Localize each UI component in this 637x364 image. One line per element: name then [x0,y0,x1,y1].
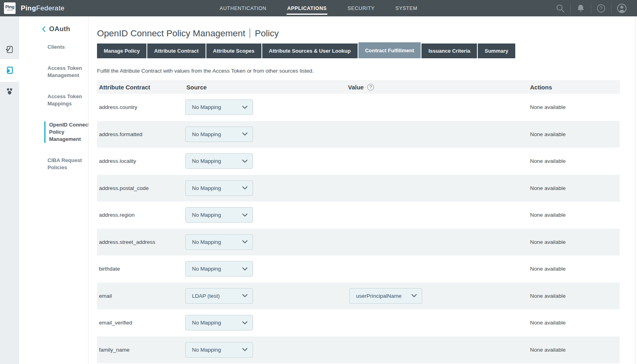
actions-text: None available [521,185,620,191]
source-select-value: LDAP (test) [192,293,220,299]
tab-summary[interactable]: Summary [478,44,515,58]
tab-issuance-criteria[interactable]: Issuance Criteria [421,44,477,58]
oauth-token-icon[interactable] [5,66,14,75]
table-row: email_verified No Mapping None available [97,309,620,336]
table-row: address.region No Mapping None available [97,202,620,229]
actions-text: None available [521,239,620,245]
column-header-source: Source [183,84,342,91]
sidebar: OAuth ClientsAccess Token ManagementAcce… [0,16,89,364]
source-cell: No Mapping [183,315,342,330]
source-cell: No Mapping [183,234,342,250]
table-body: address.country No Mapping None availabl… [97,94,620,363]
table-row: address.country No Mapping None availabl… [97,94,620,121]
nav-item-security[interactable]: SECURITY [348,6,375,11]
source-select-value: No Mapping [192,239,221,245]
title-divider [249,28,250,38]
nav-item-system[interactable]: SYSTEM [396,6,417,11]
chevron-down-icon [242,106,247,109]
table-row: address.locality No Mapping None availab… [97,148,620,175]
product-name-bold: Ping [21,4,36,12]
sidebar-menu-list: ClientsAccess Token ManagementAccess Tok… [19,44,88,171]
source-select[interactable]: No Mapping [185,153,253,169]
sidebar-icon-strip [0,16,19,364]
chevron-down-icon [242,321,247,324]
source-select[interactable]: No Mapping [185,315,253,330]
actions-text: None available [521,131,620,137]
chevron-down-icon [242,294,247,297]
source-cell: No Mapping [183,127,342,142]
chevron-down-icon [242,267,247,271]
product-name: PingFederate [21,4,65,12]
bell-icon[interactable] [576,4,586,13]
attribute-name: family_name [97,347,183,353]
tab-attribute-scopes[interactable]: Attribute Scopes [206,44,261,58]
topbar: Ping Identity PingFederate AUTHENTICATIO… [0,0,637,16]
chevron-down-icon [242,240,247,243]
chevron-down-icon [242,160,247,163]
tab-manage-policy[interactable]: Manage Policy [97,44,146,58]
source-select[interactable]: No Mapping [185,207,253,223]
source-select-value: No Mapping [192,212,221,218]
source-select[interactable]: No Mapping [185,342,253,358]
source-select-value: No Mapping [192,320,221,326]
table-row: family_name No Mapping None available [97,336,620,364]
column-header-attribute-contract: Attribute Contract [97,84,183,91]
tab-attribute-contract[interactable]: Attribute Contract [147,44,205,58]
product-name-rest: Federate [36,4,64,12]
source-cell: No Mapping [183,261,342,277]
tab-bar: Manage PolicyAttribute ContractAttribute… [97,42,637,58]
ping-logo-text: Ping [5,5,14,9]
actions-text: None available [521,293,620,299]
topbar-actions: ? [550,3,637,14]
chevron-down-icon [242,186,247,190]
topbar-divider [591,4,591,13]
scrollbar-track[interactable] [635,16,635,364]
attribute-name: email [97,293,183,299]
table-row: email LDAP (test) userPrincipalName None… [97,283,620,310]
table-row: address.postal_code No Mapping None avai… [97,175,620,202]
attribute-name: email_verified [97,320,183,326]
source-select[interactable]: No Mapping [185,234,253,250]
attribute-name: birthdate [97,266,183,272]
source-cell: No Mapping [183,99,342,115]
source-select-value: No Mapping [192,158,221,164]
source-select-value: No Mapping [192,347,221,353]
help-circle-icon[interactable]: ? [367,84,374,91]
source-cell: No Mapping [183,342,342,358]
chevron-down-icon [411,294,417,297]
column-header-value: Value ? [342,84,521,91]
chevron-down-icon [242,133,247,136]
help-icon[interactable]: ? [596,4,606,13]
search-icon[interactable] [556,4,565,13]
svg-text:?: ? [600,6,603,11]
tab-attribute-sources-user-lookup[interactable]: Attribute Sources & User Lookup [262,44,358,58]
table-row: address.street_address No Mapping None a… [97,229,620,256]
page-title-sub: Policy [255,28,279,38]
attribute-name: address.street_address [97,239,183,245]
page-description: Fulfill the Attribute Contract with valu… [97,68,637,74]
source-cell: LDAP (test) [183,288,342,304]
clipboard-check-icon[interactable] [5,45,14,54]
nav-item-applications[interactable]: APPLICATIONS [287,6,326,11]
actions-text: None available [521,320,620,326]
source-select-value: No Mapping [192,104,221,110]
sidebar-back-oauth[interactable]: OAuth [42,25,88,33]
table-header-row: Attribute Contract Source Value ? Action… [97,80,620,94]
source-select[interactable]: No Mapping [185,127,253,142]
shield-paw-icon[interactable] [5,87,14,96]
source-cell: No Mapping [183,180,342,196]
table-row: address.formatted No Mapping None availa… [97,121,620,148]
source-select[interactable]: LDAP (test) [185,288,253,304]
actions-text: None available [521,158,620,164]
ping-logo[interactable]: Ping Identity [4,2,16,14]
chevron-left-icon [42,26,46,32]
tab-contract-fulfillment[interactable]: Contract Fulfillment [358,42,421,58]
actions-text: None available [521,347,620,353]
source-cell: No Mapping [183,207,342,223]
nav-item-authentication[interactable]: AUTHENTICATION [220,6,266,11]
source-select[interactable]: No Mapping [185,180,253,196]
source-select[interactable]: No Mapping [185,99,253,115]
value-select[interactable]: userPrincipalName [349,288,422,304]
user-icon[interactable] [617,3,627,14]
source-select[interactable]: No Mapping [185,261,253,277]
